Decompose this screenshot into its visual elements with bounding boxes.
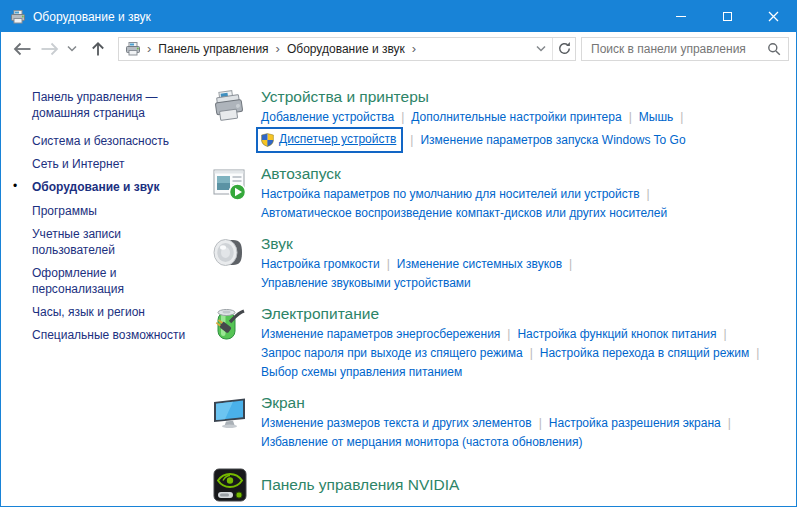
task-link[interactable]: Диспетчер устройств: [279, 130, 396, 149]
task-links-row: Избавление от мерцания монитора (частота…: [261, 433, 738, 452]
section-title[interactable]: Экран: [261, 393, 305, 413]
sidebar-item-label: Оформление и персонализация: [32, 266, 124, 296]
sidebar-item-label: Программы: [32, 204, 97, 218]
section-title[interactable]: Электропитание: [261, 304, 379, 324]
section-body: АвтозапускНастройка параметров по умолча…: [261, 164, 667, 223]
search-box[interactable]: [581, 37, 789, 61]
app-printer-icon: [10, 9, 26, 25]
task-link[interactable]: Настройка параметров по умолчанию для но…: [261, 185, 640, 204]
sidebar-item-label: Система и безопасность: [32, 134, 169, 148]
section-body: ЭкранИзменение размеров текста и других …: [261, 393, 738, 452]
minimize-icon: [676, 16, 686, 17]
maximize-button[interactable]: [704, 1, 750, 32]
sidebar-item-label: Сеть и Интернет: [32, 157, 124, 171]
section: ЗвукНастройка громкости|Изменение систем…: [203, 234, 796, 293]
sidebar-item[interactable]: Сеть и Интернет: [32, 156, 190, 172]
power-icon[interactable]: [211, 305, 249, 343]
task-link[interactable]: Избавление от мерцания монитора (частота…: [261, 433, 582, 452]
maximize-icon: [723, 12, 732, 21]
sections-container: Устройства и принтерыДобавление устройст…: [201, 65, 796, 506]
task-links-row: Изменение размеров текста и других элеме…: [261, 414, 738, 433]
link-separator: |: [394, 108, 411, 127]
task-link[interactable]: Настройка функций кнопок питания: [517, 325, 716, 344]
back-button[interactable]: [8, 36, 36, 62]
task-link[interactable]: Изменение параметров энергосбережения: [261, 325, 500, 344]
section-title[interactable]: Панель управления NVIDIA: [261, 475, 459, 495]
printer-icon[interactable]: [211, 88, 249, 126]
history-chevron-down-icon[interactable]: [64, 36, 80, 62]
task-link[interactable]: Настройка разрешения экрана: [549, 414, 721, 433]
sidebar-item[interactable]: Часы, язык и регион: [32, 304, 190, 320]
task-links-row: Запрос пароля при выходе из спящего режи…: [261, 344, 766, 363]
task-links-row: Управление звуковыми устройствами: [261, 274, 579, 293]
address-bar[interactable]: › Панель управления›Оборудование и звук›: [118, 37, 576, 61]
breadcrumb-separator-icon: ›: [270, 42, 286, 55]
sidebar-item[interactable]: Специальные возможности: [32, 327, 190, 343]
location-printer-icon: [125, 41, 141, 57]
device-manager-focus-box: Диспетчер устройств: [256, 127, 403, 153]
breadcrumb-root-separator-icon: ›: [141, 42, 157, 55]
task-link[interactable]: Настройка перехода в спящий режим: [540, 344, 749, 363]
link-separator: |: [500, 325, 517, 344]
task-link[interactable]: Управление звуковыми устройствами: [261, 274, 471, 293]
section: АвтозапускНастройка параметров по умолча…: [203, 164, 796, 223]
task-links-row: Изменение параметров энергосбережения|На…: [261, 325, 766, 344]
task-link[interactable]: Добавление устройства: [261, 108, 394, 127]
sidebar-item[interactable]: •Оборудование и звук: [32, 179, 190, 195]
breadcrumb-item[interactable]: Панель управления: [157, 42, 269, 56]
window-body: Панель управления — домашняя страницаСис…: [1, 65, 796, 506]
forward-button[interactable]: [36, 36, 64, 62]
sidebar-item-label: Оборудование и звук: [32, 180, 160, 194]
sidebar-item[interactable]: Система и безопасность: [32, 133, 190, 149]
task-links-row: Добавление устройства|Дополнительные нас…: [261, 108, 690, 127]
section-title[interactable]: Звук: [261, 234, 293, 254]
task-link[interactable]: Выбор схемы управления питанием: [261, 363, 462, 382]
section-body: Панель управления NVIDIA: [261, 475, 459, 496]
task-link[interactable]: Дополнительные настройки принтера: [411, 108, 621, 127]
section-title[interactable]: Автозапуск: [261, 164, 341, 184]
sidebar-item-label: Панель управления — домашняя страница: [32, 90, 158, 120]
link-separator: |: [640, 185, 657, 204]
section-title[interactable]: Устройства и принтеры: [261, 87, 429, 107]
sidebar-item[interactable]: Учетные записи пользователей: [32, 226, 190, 258]
sidebar-item[interactable]: Программы: [32, 203, 190, 219]
sidebar-item-label: Часы, язык и регион: [32, 305, 145, 319]
task-link[interactable]: Мышь: [639, 108, 674, 127]
link-separator: |: [716, 325, 733, 344]
search-icon[interactable]: [767, 42, 781, 56]
task-link[interactable]: Изменение системных звуков: [397, 255, 562, 274]
link-separator: |: [523, 344, 540, 363]
address-bar-controls: [530, 38, 575, 60]
minimize-button[interactable]: [658, 1, 704, 32]
address-dropdown-chevron-icon[interactable]: [530, 38, 552, 60]
task-link[interactable]: Автоматическое воспроизведение компакт-д…: [261, 204, 667, 223]
close-button[interactable]: [750, 1, 796, 32]
close-icon: [768, 11, 779, 22]
task-links-row: Диспетчер устройств|Изменение параметров…: [261, 127, 690, 153]
up-button[interactable]: [84, 36, 112, 62]
refresh-icon[interactable]: [553, 38, 575, 60]
uac-shield-icon: [261, 133, 274, 147]
task-link[interactable]: Запрос пароля при выходе из спящего режи…: [261, 344, 523, 363]
section-body: ЗвукНастройка громкости|Изменение систем…: [261, 234, 579, 293]
autoplay-icon[interactable]: [211, 165, 249, 203]
control-panel-window: Оборудование и звук › Панель управления›…: [0, 0, 797, 507]
nvidia-icon[interactable]: [211, 466, 249, 504]
section-body: ЭлектропитаниеИзменение параметров энерг…: [261, 304, 766, 382]
task-links-row: Настройка громкости|Изменение системных …: [261, 255, 579, 274]
sidebar-item[interactable]: Панель управления — домашняя страница: [32, 89, 190, 121]
task-link[interactable]: Изменение размеров текста и других элеме…: [261, 414, 532, 433]
speaker-icon[interactable]: [211, 235, 249, 273]
search-input[interactable]: [589, 41, 763, 57]
breadcrumb-item[interactable]: Оборудование и звук: [286, 42, 406, 56]
section: Устройства и принтерыДобавление устройст…: [203, 87, 796, 153]
section: Панель управления NVIDIA: [203, 466, 796, 504]
task-link[interactable]: Настройка громкости: [261, 255, 380, 274]
link-separator: |: [403, 131, 420, 150]
task-link[interactable]: Изменение параметров запуска Windows To …: [420, 131, 685, 150]
section-body: Устройства и принтерыДобавление устройст…: [261, 87, 690, 153]
breadcrumb: Панель управления›Оборудование и звук›: [157, 42, 422, 56]
titlebar[interactable]: Оборудование и звук: [1, 1, 796, 32]
sidebar-item[interactable]: Оформление и персонализация: [32, 265, 190, 297]
display-icon[interactable]: [211, 394, 249, 432]
